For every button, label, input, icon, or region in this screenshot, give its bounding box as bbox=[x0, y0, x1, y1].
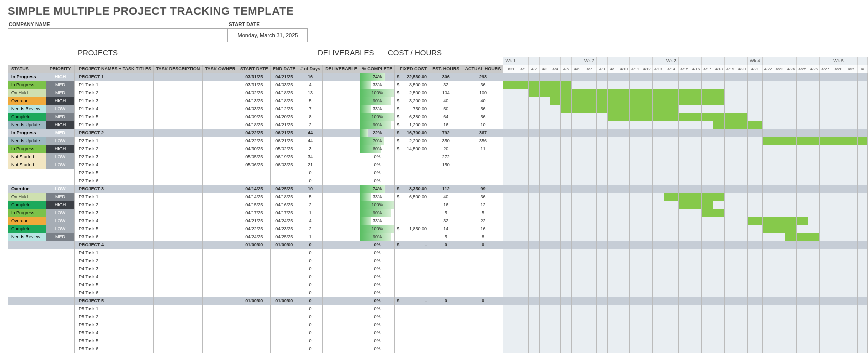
fixed-cost-cell[interactable]: $16,700.00 bbox=[395, 130, 430, 138]
deliverable-cell[interactable] bbox=[323, 218, 360, 226]
end-cell[interactable] bbox=[270, 250, 298, 258]
est-hours-cell[interactable]: 306 bbox=[430, 74, 463, 82]
fixed-cost-cell[interactable] bbox=[395, 210, 430, 218]
name-cell[interactable]: P1 Task 2 bbox=[75, 90, 154, 98]
name-cell[interactable]: P3 Task 6 bbox=[75, 234, 154, 242]
owner-cell[interactable] bbox=[202, 178, 238, 186]
desc-cell[interactable] bbox=[154, 90, 203, 98]
priority-cell[interactable] bbox=[46, 314, 75, 322]
est-hours-cell[interactable]: 40 bbox=[430, 98, 463, 106]
desc-cell[interactable] bbox=[154, 82, 203, 90]
act-hours-cell[interactable]: 11 bbox=[463, 146, 504, 154]
start-cell[interactable]: 01/00/00 bbox=[238, 242, 270, 250]
name-cell[interactable]: P2 Task 1 bbox=[75, 138, 154, 146]
start-date-input[interactable]: Monday, March 31, 2025 bbox=[228, 28, 308, 42]
owner-cell[interactable] bbox=[202, 234, 238, 242]
status-cell[interactable]: In Progress bbox=[8, 82, 46, 90]
owner-cell[interactable] bbox=[202, 82, 238, 90]
fixed-cost-cell[interactable] bbox=[395, 314, 430, 322]
days-cell[interactable]: 5 bbox=[298, 194, 322, 202]
desc-cell[interactable] bbox=[154, 274, 203, 282]
start-cell[interactable] bbox=[238, 322, 270, 330]
pct-cell[interactable]: 0% bbox=[360, 274, 395, 282]
act-hours-cell[interactable]: 8 bbox=[463, 234, 504, 242]
task-row[interactable]: In ProgressMEDP1 Task 103/31/2504/03/254… bbox=[8, 82, 868, 90]
est-hours-cell[interactable]: 5 bbox=[430, 234, 463, 242]
owner-cell[interactable] bbox=[202, 306, 238, 314]
fixed-cost-cell[interactable] bbox=[395, 290, 430, 298]
priority-cell[interactable]: MED bbox=[46, 90, 75, 98]
name-cell[interactable]: P3 Task 3 bbox=[75, 210, 154, 218]
end-cell[interactable]: 06/03/25 bbox=[270, 162, 298, 170]
end-cell[interactable]: 06/21/25 bbox=[270, 130, 298, 138]
pct-cell[interactable]: 0% bbox=[360, 266, 395, 274]
priority-cell[interactable] bbox=[46, 322, 75, 330]
fixed-cost-cell[interactable] bbox=[395, 178, 430, 186]
fixed-cost-cell[interactable] bbox=[395, 250, 430, 258]
start-cell[interactable] bbox=[238, 330, 270, 338]
end-cell[interactable]: 04/17/25 bbox=[270, 210, 298, 218]
est-hours-cell[interactable]: 112 bbox=[430, 186, 463, 194]
fixed-cost-cell[interactable]: $8,350.00 bbox=[395, 186, 430, 194]
end-cell[interactable]: 01/00/00 bbox=[270, 242, 298, 250]
name-cell[interactable]: P2 Task 3 bbox=[75, 154, 154, 162]
act-hours-cell[interactable] bbox=[463, 338, 504, 346]
fixed-cost-cell[interactable]: $1,200.00 bbox=[395, 122, 430, 130]
est-hours-cell[interactable]: 32 bbox=[430, 218, 463, 226]
owner-cell[interactable] bbox=[202, 290, 238, 298]
end-cell[interactable]: 04/18/25 bbox=[270, 194, 298, 202]
fixed-cost-cell[interactable] bbox=[395, 338, 430, 346]
status-cell[interactable]: Needs Update bbox=[8, 138, 46, 146]
deliverable-cell[interactable] bbox=[323, 146, 360, 154]
pct-cell[interactable]: 33% bbox=[360, 82, 395, 90]
start-cell[interactable]: 04/09/25 bbox=[238, 114, 270, 122]
fixed-cost-cell[interactable] bbox=[395, 154, 430, 162]
desc-cell[interactable] bbox=[154, 322, 203, 330]
est-hours-cell[interactable] bbox=[430, 258, 463, 266]
days-cell[interactable]: 10 bbox=[298, 186, 322, 194]
start-cell[interactable] bbox=[238, 282, 270, 290]
task-row[interactable]: Needs ReviewMEDP3 Task 604/24/2504/25/25… bbox=[8, 234, 868, 242]
priority-cell[interactable]: HIGH bbox=[46, 146, 75, 154]
pct-cell[interactable]: 0% bbox=[360, 314, 395, 322]
desc-cell[interactable] bbox=[154, 178, 203, 186]
owner-cell[interactable] bbox=[202, 106, 238, 114]
est-hours-cell[interactable] bbox=[430, 314, 463, 322]
task-row[interactable]: In ProgressHIGHP2 Task 204/30/2505/02/25… bbox=[8, 146, 868, 154]
est-hours-cell[interactable]: 5 bbox=[430, 210, 463, 218]
days-cell[interactable]: 0 bbox=[298, 306, 322, 314]
pct-cell[interactable]: 74% bbox=[360, 74, 395, 82]
desc-cell[interactable] bbox=[154, 306, 203, 314]
deliverable-cell[interactable] bbox=[323, 138, 360, 146]
pct-cell[interactable]: 0% bbox=[360, 330, 395, 338]
status-cell[interactable]: Not Started bbox=[8, 162, 46, 170]
company-name-input[interactable] bbox=[8, 28, 228, 42]
pct-cell[interactable]: 0% bbox=[360, 346, 395, 354]
status-cell[interactable]: Complete bbox=[8, 226, 46, 234]
desc-cell[interactable] bbox=[154, 290, 203, 298]
act-hours-cell[interactable] bbox=[463, 154, 504, 162]
fixed-cost-cell[interactable] bbox=[395, 234, 430, 242]
days-cell[interactable]: 34 bbox=[298, 154, 322, 162]
act-hours-cell[interactable] bbox=[463, 274, 504, 282]
name-cell[interactable]: P5 Task 1 bbox=[75, 306, 154, 314]
name-cell[interactable]: P2 Task 2 bbox=[75, 146, 154, 154]
deliverable-cell[interactable] bbox=[323, 106, 360, 114]
status-cell[interactable]: Overdue bbox=[8, 186, 46, 194]
days-cell[interactable]: 0 bbox=[298, 250, 322, 258]
end-cell[interactable] bbox=[270, 170, 298, 178]
start-cell[interactable]: 04/18/25 bbox=[238, 122, 270, 130]
act-hours-cell[interactable]: 99 bbox=[463, 186, 504, 194]
owner-cell[interactable] bbox=[202, 346, 238, 354]
start-cell[interactable]: 03/31/25 bbox=[238, 74, 270, 82]
status-cell[interactable] bbox=[8, 178, 46, 186]
act-hours-cell[interactable]: 36 bbox=[463, 82, 504, 90]
start-cell[interactable] bbox=[238, 338, 270, 346]
priority-cell[interactable]: HIGH bbox=[46, 74, 75, 82]
name-cell[interactable]: P4 Task 4 bbox=[75, 274, 154, 282]
status-cell[interactable]: On Hold bbox=[8, 194, 46, 202]
desc-cell[interactable] bbox=[154, 258, 203, 266]
task-row[interactable]: Not StartedLOWP2 Task 305/05/2506/19/253… bbox=[8, 154, 868, 162]
task-row[interactable]: Not StartedLOWP2 Task 405/06/2506/03/252… bbox=[8, 162, 868, 170]
fixed-cost-cell[interactable]: $8,500.00 bbox=[395, 82, 430, 90]
